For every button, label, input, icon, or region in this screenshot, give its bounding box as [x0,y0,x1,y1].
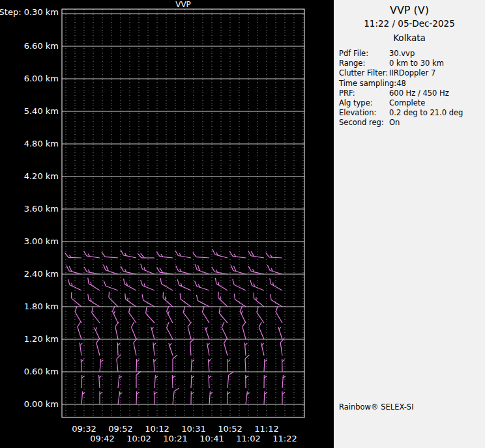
wind-barb-staff [251,256,264,258]
wind-barb-feather [121,250,123,255]
wind-barb-staff [173,391,174,404]
wind-barb-staff [224,343,228,356]
wind-barb-half-feather [80,343,82,346]
wind-barb-half-feather [169,343,171,346]
wind-barb-staff [96,343,100,356]
product-details: Pdf File:30.vvpRange:0 km to 30 kmClutte… [339,49,485,128]
wind-barb-staff [190,343,191,356]
brand-footer: Rainbow® SELEX-SI [339,402,414,412]
wind-barb-feather [132,322,134,328]
wind-barb-half-feather [173,376,175,378]
wind-barb-feather [96,338,100,343]
wind-barb-staff [271,300,282,307]
wind-barb-feather [215,278,216,284]
wind-barb-staff [276,312,282,323]
plot-frame [62,9,304,417]
wind-barb-staff [246,391,247,404]
wind-barb-staff [136,391,137,404]
detail-label: PRF: [339,89,389,98]
wind-barb-feather [104,265,106,270]
wind-barb-feather [176,266,179,271]
x-tick-label: 10:21 [163,434,187,443]
detail-value: 48 [396,79,406,89]
wind-barb-staff [163,298,173,307]
detail-label: Second reg: [339,118,389,128]
wind-barb-staff [233,271,246,275]
wind-barb-staff [179,285,191,290]
wind-barb-half-feather [206,327,208,329]
detail-label: Pdf File: [339,49,389,59]
wind-barb-feather [124,279,125,285]
wind-barb-half-feather [81,359,84,361]
wind-barb-staff [264,359,265,372]
wind-barb-feather [66,266,69,271]
wind-barb-half-feather [154,359,156,361]
wind-barb-feather [177,279,179,285]
wind-barb-staff [197,270,209,274]
wind-barb-feather [197,295,198,301]
detail-row: Elevation:0.2 deg to 21.0 deg [339,108,485,118]
wind-barb-staff [257,312,264,323]
wind-barb-half-feather [91,282,91,285]
wind-barb-staff [72,298,81,307]
y-tick-label: 4.20 km [24,171,59,181]
wind-barb-staff [233,257,246,258]
wind-barb-staff [92,313,100,323]
wind-barb-staff [69,271,81,274]
y-tick-label: 3.00 km [24,236,59,246]
wind-barb-staff [81,359,81,372]
wind-barb-staff [143,286,155,291]
wind-barb-half-feather [153,343,156,346]
detail-label: Alg type: [339,98,389,108]
detail-row: Alg type:Complete [339,98,485,108]
wind-barb-feather [242,322,246,326]
wind-barb-feather [233,279,234,285]
y-tick-label: 5.40 km [24,106,59,116]
wind-barb-feather [248,251,252,256]
wind-barb-staff [191,359,192,372]
site-name: Kolkata [334,33,485,43]
wind-barb-feather [78,322,81,327]
wind-barb-staff [109,298,118,307]
wind-barb-staff [254,298,265,307]
detail-label: Elevation: [339,108,389,118]
wind-barb-staff [118,375,119,388]
wind-barb-feather [267,265,270,270]
wind-barb-feather [65,253,69,257]
wind-barb-staff [106,286,118,290]
wind-barb-staff [123,255,136,258]
detail-row: Clutter Filter:IIRDoppler 7 [339,68,485,78]
wind-barb-staff [234,285,246,290]
x-tick-label: 10:31 [181,424,205,434]
wind-barb-staff [209,375,209,388]
wind-barb-staff [196,257,209,258]
wind-barb-staff [278,327,282,339]
plot-title: VVP [175,0,191,9]
wind-barb-staff [242,327,246,339]
wind-barb-feather [195,281,197,287]
wind-barb-feather [224,338,228,343]
wind-barb-staff [169,343,173,356]
wind-barb-feather [175,251,179,256]
wind-barb-staff [198,301,209,307]
vvp-time-height-plot: VVPStep: 0.30 km6.60 km6.00 km5.40 km4.8… [0,0,334,448]
wind-barb-staff [117,359,118,372]
detail-row: Range:0 km to 30 km [339,59,485,68]
y-tick-label: 6.60 km [24,41,59,51]
wind-barb-feather [248,266,251,272]
wind-barb-staff [143,270,155,275]
wind-barb-staff [282,375,283,388]
y-tick-label: 1.20 km [24,334,59,344]
wind-barb-feather [218,292,219,298]
detail-value: 0.2 deg to 21.0 deg [389,108,463,118]
x-tick-label: 09:52 [108,424,132,434]
wind-barb-staff [216,284,228,290]
wind-barb-staff [134,343,136,356]
wind-barb-feather [229,251,233,257]
wind-barb-staff [252,286,265,291]
wind-barb-staff [235,300,246,307]
product-title: VVP (V) [334,4,485,16]
y-tick-label: 3.60 km [24,204,59,214]
detail-value: 0 km to 30 km [389,59,444,68]
wind-barb-staff [219,313,228,323]
